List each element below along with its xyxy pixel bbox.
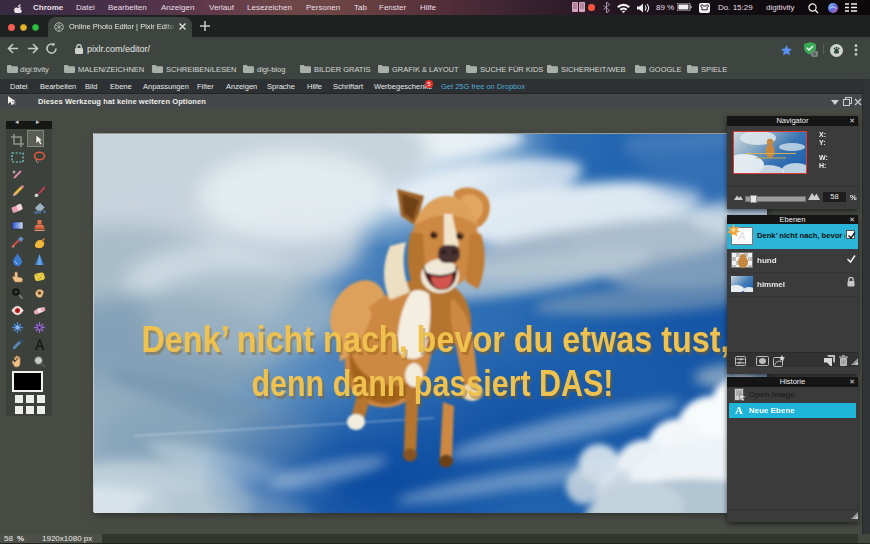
svg-text:denn dann passiert DAS!: denn dann passiert DAS! xyxy=(252,363,614,404)
svg-text:Denk’ nicht nach, bevor du etw: Denk’ nicht nach, bevor du etwas tust, xyxy=(142,319,730,360)
